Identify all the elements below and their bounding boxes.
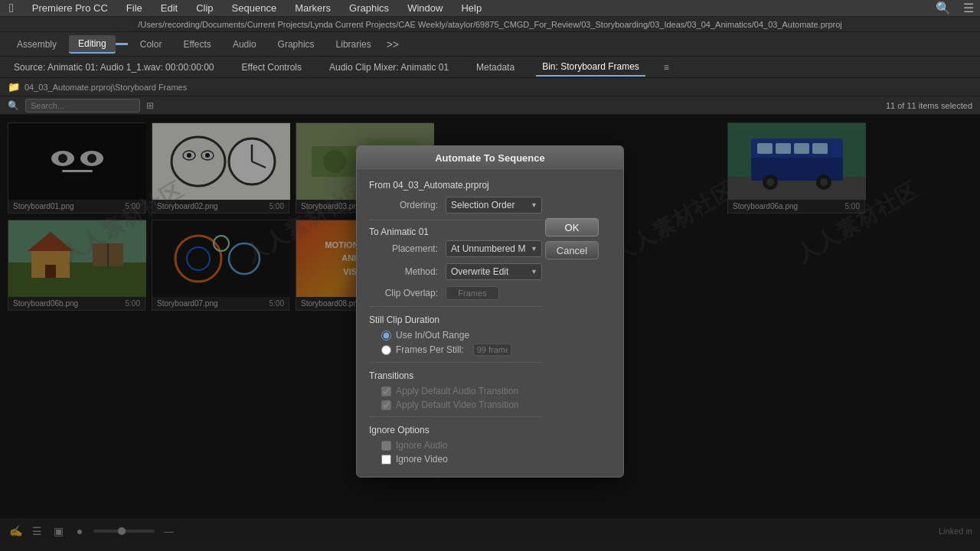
use-in-out-label: Use In/Out Range [396,330,469,341]
workspace-tabs: Assembly Editing Color Effects Audio Gra… [0,32,980,57]
from-project-value: 04_03_Automate.prproj [393,180,488,191]
modal-body: OK Cancel From 04_03_Automate.prproj Ord… [357,171,623,477]
sort-icon[interactable]: ⊞ [146,100,154,111]
menubar-file[interactable]: File [123,2,145,14]
frames-per-still-row: Frames Per Still: [381,344,542,356]
placement-label: Placement: [369,243,438,254]
menubar-sequence[interactable]: Sequence [229,2,280,14]
titlebar: /Users/recording/Documents/Current Proje… [0,17,980,32]
ignore-options-header: Ignore Options [369,425,542,435]
tab-metadata[interactable]: Metadata [470,59,521,76]
tab-editing[interactable]: Editing [69,35,116,54]
search-icon[interactable]: 🔍 [936,1,951,15]
frames-per-still-label: Frames Per Still: [396,344,464,355]
still-clip-duration-header: Still Clip Duration [369,315,542,325]
title-path: /Users/recording/Documents/Current Proje… [138,20,842,29]
modal-title: Automate To Sequence [357,146,623,171]
use-in-out-row: Use In/Out Range [381,330,542,341]
menubar-markers[interactable]: Markers [292,2,334,14]
clip-overlap-label: Clip Overlap: [369,288,438,298]
placement-select[interactable]: At Unnumbered Markers Sequentially [446,240,542,257]
from-label: From [369,180,390,191]
apply-audio-transition-label: Apply Default Audio Transition [396,386,518,396]
menubar-edit[interactable]: Edit [158,2,181,14]
breadcrumb: 04_03_Automate.prproj\Storyboard Frames [24,83,187,92]
modal-title-text: Automate To Sequence [435,152,545,164]
tab-graphics[interactable]: Graphics [269,36,324,53]
panels-icon[interactable]: ☰ [963,1,974,15]
to-section-header: To Animatic 01 [369,227,542,237]
clip-overlap-frames: Frames [446,286,499,300]
tab-assembly[interactable]: Assembly [8,36,66,53]
ignore-audio-row: Ignore Audio [381,440,542,451]
ignore-video-row: Ignore Video [381,454,542,465]
search-icon: 🔍 [8,100,19,111]
ignore-audio-checkbox[interactable] [381,441,391,451]
tab-source[interactable]: Source: Animatic 01: Audio 1_1.wav: 00:0… [8,59,220,76]
method-select-wrapper[interactable]: Overwrite Edit Insert Edit [446,263,542,280]
placement-select-wrapper[interactable]: At Unnumbered Markers Sequentially [446,240,542,257]
method-select[interactable]: Overwrite Edit Insert Edit [446,263,542,280]
breadcrumb-bar: 📁 04_03_Automate.prproj\Storyboard Frame… [0,78,980,96]
modal-from-row: From 04_03_Automate.prproj [369,180,542,191]
apply-audio-transition-row: Apply Default Audio Transition [381,386,542,396]
method-label: Method: [369,266,438,277]
separator-3 [369,362,542,363]
ok-button[interactable]: OK [545,218,599,236]
separator-2 [369,306,542,307]
apple-menu[interactable]:  [6,2,17,15]
modal-backdrop: Automate To Sequence OK Cancel From 0 [0,115,980,543]
tab-libraries[interactable]: Libraries [327,36,381,53]
apply-audio-transition-checkbox[interactable] [381,386,391,396]
apply-video-transition-row: Apply Default Video Transition [381,399,542,410]
automate-to-sequence-modal: Automate To Sequence OK Cancel From 0 [356,145,624,478]
folder-icon: 📁 [8,81,20,93]
panel-header: Source: Animatic 01: Audio 1_1.wav: 00:0… [0,57,980,78]
modal-buttons: OK Cancel [545,218,599,259]
menubar:  Premiere Pro CC File Edit Clip Sequenc… [0,0,980,17]
menubar-clip[interactable]: Clip [193,2,216,14]
tab-bin-storyboard[interactable]: Bin: Storyboard Frames [536,58,645,77]
tab-color[interactable]: Color [131,36,172,53]
ignore-video-checkbox[interactable] [381,455,391,465]
ordering-label: Ordering: [369,200,438,210]
modal-content-wrapper: OK Cancel From 04_03_Automate.prproj Ord… [369,180,611,465]
menubar-window[interactable]: Window [404,2,446,14]
separator-4 [369,416,542,417]
ignore-video-label: Ignore Video [396,454,448,465]
frames-per-still-input[interactable] [473,344,511,356]
ordering-row: Ordering: Selection Order Sort Order [369,197,542,214]
ignore-audio-label: Ignore Audio [396,440,447,451]
clip-overlap-row: Clip Overlap: Frames [369,286,542,300]
frames-per-still-radio[interactable] [381,345,391,355]
ordering-select[interactable]: Selection Order Sort Order [446,197,542,214]
bin-panel-menu-icon[interactable]: ≡ [664,62,669,73]
menubar-premiere[interactable]: Premiere Pro CC [29,2,111,14]
menubar-graphics[interactable]: Graphics [346,2,392,14]
cancel-button[interactable]: Cancel [545,241,599,259]
content-area: 人人素材社区 人人素材社区 人人素材社区 人人素材社区 人人素材社区 人人素材社… [0,115,980,543]
items-count: 11 of 11 items selected [886,101,972,110]
search-input[interactable] [25,99,140,112]
use-in-out-radio[interactable] [381,331,391,341]
search-bar: 🔍 ⊞ 11 of 11 items selected [0,96,980,115]
menubar-help[interactable]: Help [458,2,485,14]
transitions-header: Transitions [369,370,542,381]
separator-1 [369,220,542,220]
tab-audio-mixer[interactable]: Audio Clip Mixer: Animatic 01 [323,59,455,76]
placement-row: Placement: At Unnumbered Markers Sequent… [369,240,542,257]
ordering-select-wrapper[interactable]: Selection Order Sort Order [446,197,542,214]
tab-effects[interactable]: Effects [174,36,220,53]
method-row: Method: Overwrite Edit Insert Edit [369,263,542,280]
apply-video-transition-label: Apply Default Video Transition [396,399,519,410]
more-tabs-icon[interactable]: >> [387,38,399,51]
tab-effect-controls[interactable]: Effect Controls [236,59,308,76]
apply-video-transition-checkbox[interactable] [381,400,391,410]
tab-audio[interactable]: Audio [224,36,266,53]
